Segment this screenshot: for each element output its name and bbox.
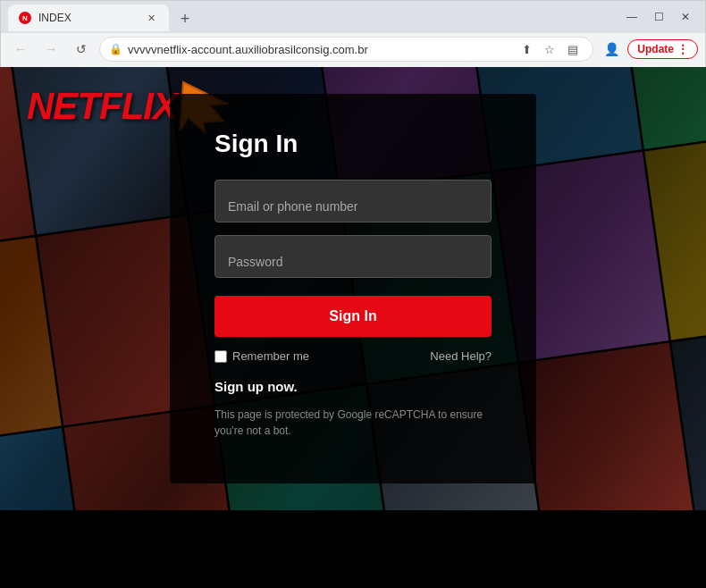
- signin-button[interactable]: Sign In: [214, 296, 492, 337]
- recaptcha-notice: This page is protected by Google reCAPTC…: [214, 407, 492, 439]
- need-help-link[interactable]: Need Help?: [430, 349, 492, 363]
- window-minimize-button[interactable]: —: [619, 4, 644, 29]
- netflix-logo: NETFLIX: [27, 85, 177, 128]
- window-close-button[interactable]: ✕: [673, 4, 698, 29]
- refresh-button[interactable]: ↺: [69, 37, 94, 62]
- forward-button[interactable]: →: [38, 37, 63, 62]
- tab-close-button[interactable]: ✕: [144, 11, 158, 25]
- tab-title-text: INDEX: [38, 12, 137, 24]
- new-tab-button[interactable]: +: [172, 6, 198, 31]
- remember-me-checkbox[interactable]: [214, 350, 227, 363]
- bookmark-icon[interactable]: ☆: [539, 38, 560, 60]
- url-text: vvvvvnetflix-account.auxiliobrasilconsig…: [128, 43, 510, 56]
- signup-link[interactable]: Sign up now.: [214, 379, 492, 394]
- share-icon[interactable]: ⬆: [516, 38, 537, 60]
- tab-favicon: N: [19, 12, 31, 24]
- back-button[interactable]: ←: [8, 37, 33, 62]
- email-input[interactable]: [214, 180, 492, 223]
- update-button[interactable]: Update ⋮: [627, 39, 698, 59]
- password-input[interactable]: [214, 235, 492, 278]
- signin-title: Sign In: [214, 130, 492, 158]
- browser-tab[interactable]: N INDEX ✕: [8, 4, 169, 31]
- page-content: NETFLIX Sign In Sign In Remember me Need…: [0, 67, 706, 510]
- profile-icon[interactable]: 👤: [599, 37, 624, 62]
- form-footer: Remember me Need Help?: [214, 349, 492, 363]
- sidebar-icon[interactable]: ▤: [562, 38, 584, 60]
- address-bar[interactable]: 🔒 vvvvvnetflix-account.auxiliobrasilcons…: [99, 37, 593, 62]
- signin-form-container: Sign In Sign In Remember me Need Help? S…: [170, 94, 536, 483]
- remember-me-label[interactable]: Remember me: [214, 349, 309, 363]
- window-maximize-button[interactable]: ☐: [646, 4, 671, 29]
- update-menu-icon: ⋮: [677, 43, 688, 55]
- lock-icon: 🔒: [109, 43, 122, 55]
